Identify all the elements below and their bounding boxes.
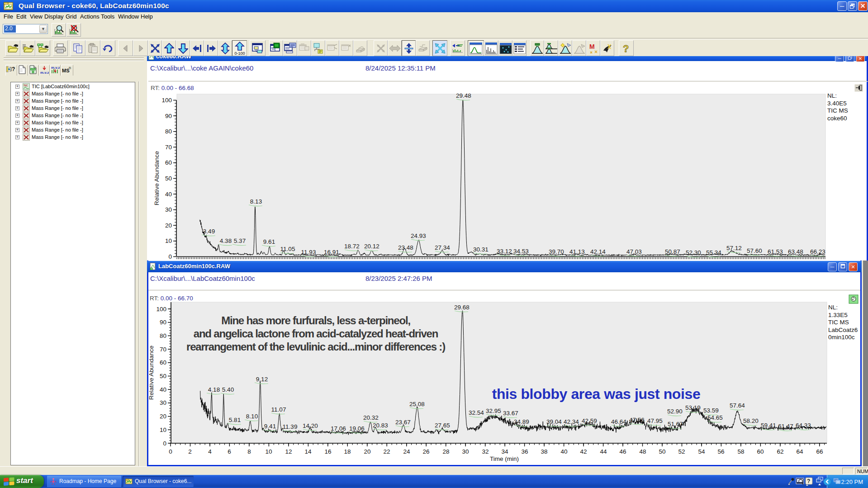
svg-text:3.49: 3.49 — [203, 228, 215, 235]
svg-text:30: 30 — [462, 448, 469, 455]
svg-text:16: 16 — [324, 448, 331, 455]
svg-text:52.30: 52.30 — [686, 249, 701, 256]
svg-text:11.39: 11.39 — [283, 423, 298, 430]
svg-text:2: 2 — [188, 448, 192, 455]
svg-text:C:\Xcalibur\...\LabCoatz60min1: C:\Xcalibur\...\LabCoatz60min100c — [150, 275, 255, 282]
svg-text:64.33: 64.33 — [796, 422, 811, 429]
svg-text:51.67: 51.67 — [668, 421, 683, 427]
svg-text:TIC MS: TIC MS — [828, 319, 849, 326]
svg-text:46: 46 — [619, 448, 626, 455]
svg-text:20.83: 20.83 — [373, 422, 388, 429]
svg-text:NL:: NL: — [828, 304, 838, 311]
svg-text:30.31: 30.31 — [473, 246, 489, 253]
svg-text:RT: 0.00 - 66.68: RT: 0.00 - 66.68 — [151, 85, 194, 91]
svg-text:24: 24 — [403, 448, 410, 455]
svg-text:0: 0 — [163, 440, 166, 447]
svg-text:40: 40 — [560, 448, 567, 455]
svg-text:20.12: 20.12 — [364, 243, 379, 250]
svg-text:20: 20 — [160, 413, 166, 420]
svg-text:8.10: 8.10 — [246, 413, 258, 420]
svg-text:this blobby area was just nois: this blobby area was just noise — [492, 386, 701, 402]
svg-text:59.41: 59.41 — [761, 422, 776, 429]
svg-text:29.68: 29.68 — [454, 304, 470, 311]
svg-text:10: 10 — [165, 237, 172, 244]
svg-text:55.34: 55.34 — [706, 249, 721, 256]
svg-text:Mine has more furfurals, less: Mine has more furfurals, less a-terpineo… — [221, 314, 410, 327]
svg-text:9.61: 9.61 — [263, 238, 275, 245]
svg-text:m.v.z: m.v.z — [40, 71, 49, 74]
svg-text:38: 38 — [541, 448, 547, 455]
svg-text:44: 44 — [600, 448, 607, 455]
svg-text:11.07: 11.07 — [271, 406, 286, 413]
svg-text:5.40: 5.40 — [222, 386, 234, 393]
svg-text:rearrangement of the levulinic: rearrangement of the levulinic acid...mi… — [186, 341, 445, 353]
svg-text:34.53: 34.53 — [513, 248, 529, 255]
svg-text:4.18: 4.18 — [208, 386, 220, 393]
svg-text:TIC: TIC — [24, 84, 28, 87]
svg-text:47.56: 47.56 — [629, 417, 645, 423]
svg-text:29.48: 29.48 — [456, 92, 471, 99]
svg-text:33.67: 33.67 — [503, 410, 518, 417]
svg-text:m.v.z: m.v.z — [51, 66, 60, 70]
svg-text:3.40E5: 3.40E5 — [827, 100, 847, 107]
svg-text:NL:: NL: — [827, 92, 837, 99]
svg-text:Time (min): Time (min) — [490, 455, 519, 462]
svg-text:56: 56 — [717, 448, 724, 455]
svg-text:42.34: 42.34 — [564, 418, 579, 425]
svg-text:41.13: 41.13 — [569, 248, 585, 255]
svg-text:RT: 0.00 - 66.70: RT: 0.00 - 66.70 — [150, 295, 193, 302]
svg-text:Relative Abundance: Relative Abundance — [153, 151, 160, 205]
svg-text:64: 64 — [796, 448, 803, 455]
svg-text:18: 18 — [344, 448, 351, 455]
svg-text:70: 70 — [160, 346, 166, 353]
svg-text:62: 62 — [777, 448, 783, 455]
svg-text:6: 6 — [228, 448, 231, 455]
svg-text:12: 12 — [285, 448, 292, 455]
svg-text:coke60: coke60 — [827, 115, 847, 122]
svg-text:0: 0 — [168, 253, 172, 260]
svg-text:52.90: 52.90 — [667, 408, 683, 415]
svg-text:20: 20 — [165, 222, 172, 229]
svg-text:0-100: 0-100 — [234, 51, 245, 55]
svg-text:9.41: 9.41 — [264, 423, 276, 430]
svg-text:47.03: 47.03 — [626, 248, 642, 255]
svg-text:10: 10 — [265, 448, 272, 455]
svg-text:60: 60 — [160, 359, 166, 366]
svg-text:32.54: 32.54 — [469, 409, 484, 416]
svg-text:57.12: 57.12 — [726, 245, 742, 251]
svg-text:TIC MS: TIC MS — [827, 107, 848, 114]
svg-text:LabCoatz6: LabCoatz6 — [828, 327, 858, 333]
svg-text:54.65: 54.65 — [707, 414, 723, 421]
svg-text:n: n — [69, 66, 71, 70]
svg-text:100: 100 — [161, 97, 172, 104]
svg-text:8.13: 8.13 — [250, 198, 262, 205]
svg-text:14.20: 14.20 — [303, 422, 318, 429]
svg-text:40: 40 — [165, 191, 172, 198]
svg-text:52: 52 — [678, 448, 685, 455]
svg-text:?: ? — [12, 66, 15, 72]
svg-text:9.12: 9.12 — [256, 376, 268, 383]
svg-text:46.64: 46.64 — [611, 418, 626, 425]
svg-text:14: 14 — [304, 448, 312, 455]
svg-text:28: 28 — [442, 448, 449, 455]
svg-text:23.48: 23.48 — [398, 244, 413, 251]
svg-text:30: 30 — [160, 399, 166, 406]
svg-text:54: 54 — [698, 448, 705, 455]
svg-text:?: ? — [807, 478, 810, 484]
svg-text:57.64: 57.64 — [730, 402, 745, 409]
svg-text:20: 20 — [364, 448, 370, 455]
svg-text:50: 50 — [165, 175, 172, 182]
svg-text:50: 50 — [160, 373, 166, 379]
svg-text:34: 34 — [501, 448, 508, 455]
svg-text:25.08: 25.08 — [409, 401, 425, 407]
svg-text:63.48: 63.48 — [788, 248, 803, 255]
svg-text:33.12: 33.12 — [497, 248, 512, 255]
svg-text:24.93: 24.93 — [411, 232, 426, 239]
svg-text:40: 40 — [160, 386, 166, 393]
svg-text:32.95: 32.95 — [486, 407, 501, 414]
svg-text:1.33E5: 1.33E5 — [828, 312, 848, 318]
svg-text:11.05: 11.05 — [280, 246, 295, 252]
svg-text:27.34: 27.34 — [435, 244, 450, 251]
svg-text:23.67: 23.67 — [395, 419, 411, 426]
svg-text:and angelica lactone from acid: and angelica lactone from acid-catalyzed… — [194, 327, 438, 340]
